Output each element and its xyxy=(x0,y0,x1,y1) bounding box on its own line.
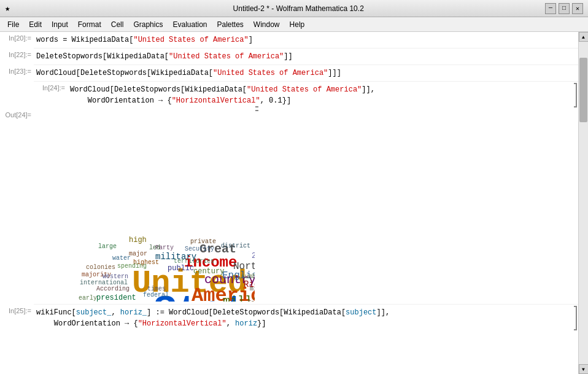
cell-out24-wrapper: Out[24]= UnitedStatesAmericanAmericansWo… xyxy=(0,109,578,304)
cell-in20: In[20]:= words = WikipediaData["United S… xyxy=(0,32,578,48)
word-item: water xyxy=(112,255,131,262)
close-button[interactable]: ✕ xyxy=(572,3,583,14)
word-item: According xyxy=(96,286,130,292)
title-bar: ★ Untitled-2 * - Wolfram Mathematica 10.… xyxy=(0,0,588,17)
app-icon: ★ xyxy=(5,3,10,14)
menu-file[interactable]: File xyxy=(2,19,24,30)
word-item: high xyxy=(129,236,147,244)
cell-content-in20[interactable]: words = WikipediaData["United States of … xyxy=(34,33,571,47)
cell-label-in24: In[24]:= xyxy=(34,83,68,92)
scroll-track[interactable] xyxy=(579,42,588,364)
cell-in23: In[23]:= WordCloud[DeleteStopwords[Wikip… xyxy=(0,65,578,81)
word-item: number xyxy=(241,274,255,280)
cell-content-in22[interactable]: DeleteStopwords[WikipediaData["United St… xyxy=(34,50,571,63)
word-item: major xyxy=(129,251,147,257)
word-item: led xyxy=(149,245,160,251)
word-item: Security xyxy=(185,246,214,252)
menu-bar: File Edit Input Format Cell Graphics Eva… xyxy=(0,17,588,32)
word-item: 2012 xyxy=(252,252,255,260)
cell-label-in20: In[20]:= xyxy=(0,33,34,42)
word-item: large xyxy=(98,244,117,250)
word-item: Taxes xyxy=(247,300,255,302)
cell-label-in23: In[23]:= xyxy=(0,66,34,75)
menu-graphics[interactable]: Graphics xyxy=(128,19,168,30)
cell-content-in25[interactable]: wikiFunc[subject_, horiz_] := WordCloud[… xyxy=(34,306,573,330)
menu-cell[interactable]: Cell xyxy=(106,19,129,30)
scroll-thumb[interactable] xyxy=(579,58,587,122)
window-controls: ─ □ ✕ xyxy=(545,3,583,14)
word-item: district xyxy=(221,243,250,249)
word-item: private xyxy=(190,239,216,245)
word-item: highest xyxy=(133,260,159,266)
scroll-up-button[interactable]: ▲ xyxy=(579,32,589,42)
word-item: colonies xyxy=(86,265,115,271)
menu-palettes[interactable]: Palettes xyxy=(212,19,249,30)
scrollbar[interactable]: ▲ ▼ xyxy=(578,32,588,374)
main-content: In[20]:= words = WikipediaData["United S… xyxy=(0,32,588,374)
out24-label: Out[24]= xyxy=(0,109,34,119)
cell-group-in25: In[25]:= wikiFunc[subject_, horiz_] := W… xyxy=(0,305,578,332)
menu-evaluation[interactable]: Evaluation xyxy=(168,19,212,30)
word-item: Western xyxy=(103,274,128,280)
menu-format[interactable]: Format xyxy=(73,19,106,30)
word-item: early xyxy=(79,295,97,302)
menu-input[interactable]: Input xyxy=(47,19,73,30)
word-item: president xyxy=(96,294,136,302)
cell-in22: In[22]:= DeleteStopwords[WikipediaData["… xyxy=(0,49,578,64)
word-item: century xyxy=(193,268,224,275)
maximize-button[interactable]: □ xyxy=(559,3,570,14)
window-title: Untitled-2 * - Wolfram Mathematica 10.2 xyxy=(14,4,583,13)
minimize-button[interactable]: ─ xyxy=(545,3,556,14)
wordcloud-output: UnitedStatesAmericanAmericansWorldfedera… xyxy=(34,111,255,302)
menu-help[interactable]: Help xyxy=(285,19,310,30)
word-item: public xyxy=(168,265,194,272)
cell-content-in23[interactable]: WordCloud[DeleteStopwords[WikipediaData[… xyxy=(34,66,571,80)
menu-edit[interactable]: Edit xyxy=(24,19,47,30)
word-item: federal xyxy=(143,292,169,298)
cell-content-in24[interactable]: WordCloud[DeleteStopwords[WikipediaData[… xyxy=(68,83,573,107)
menu-window[interactable]: Window xyxy=(249,19,285,30)
cell-in25: In[25]:= wikiFunc[subject_, horiz_] := W… xyxy=(0,305,573,332)
cell-label-in25: In[25]:= xyxy=(0,306,34,314)
scroll-down-button[interactable]: ▼ xyxy=(579,364,589,374)
word-item: miles xyxy=(250,286,255,292)
cell-in24: In[24]:= WordCloud[DeleteStopwords[Wikip… xyxy=(34,82,573,109)
notebook[interactable]: In[20]:= words = WikipediaData["United S… xyxy=(0,32,578,374)
cell-label-in22: In[22]:= xyxy=(0,50,34,58)
cell-group-in24: In[24]:= WordCloud[DeleteStopwords[Wikip… xyxy=(0,82,578,109)
word-item: territories xyxy=(174,259,214,265)
